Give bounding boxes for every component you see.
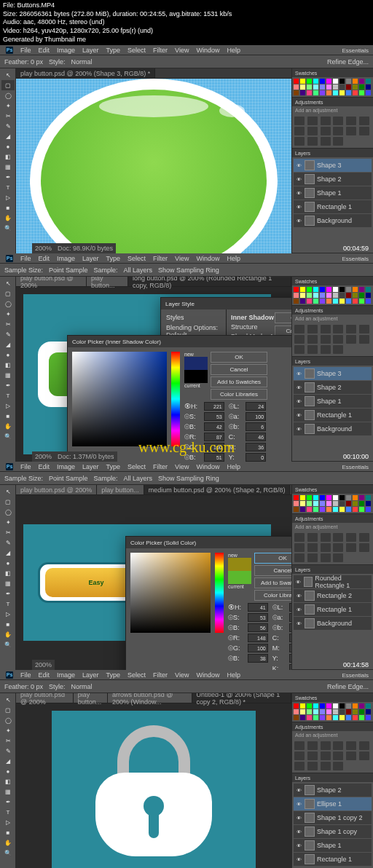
visibility-icon[interactable]: 👁 [295, 620, 302, 627]
menu-view[interactable]: View [175, 463, 189, 470]
crop-tool-icon[interactable]: ✂ [1, 111, 15, 121]
ls-styles[interactable]: Styles [164, 312, 223, 323]
adjustment-icon[interactable] [333, 751, 343, 760]
tool-icon[interactable]: ● [1, 766, 15, 776]
val-a[interactable] [289, 613, 291, 622]
adjustment-icon[interactable] [307, 533, 318, 542]
swatch[interactable] [294, 293, 299, 298]
swatch[interactable] [346, 495, 351, 500]
opt-all[interactable]: All Layers [124, 267, 153, 274]
visibility-icon[interactable]: 👁 [295, 592, 302, 599]
layer-row[interactable]: 👁Shape 1 copy 2 [294, 811, 372, 824]
layer-row[interactable]: 👁Rectangle 1 [294, 603, 372, 616]
adjustment-icon[interactable] [346, 117, 356, 125]
adjustment-icon[interactable] [307, 553, 318, 562]
adjustments-grid[interactable] [292, 114, 373, 148]
swatch[interactable] [346, 703, 351, 709]
adjustment-icon[interactable] [359, 127, 369, 135]
menu-help[interactable]: Help [227, 463, 240, 470]
val-m[interactable] [246, 443, 266, 451]
adjustment-icon[interactable] [359, 533, 369, 542]
doc-tab-2[interactable]: play button... [87, 277, 128, 286]
swatch[interactable] [333, 90, 338, 95]
menu-layer[interactable]: Layer [82, 47, 99, 54]
adjustment-icon[interactable] [333, 741, 343, 750]
swatch[interactable] [300, 90, 305, 95]
swatch[interactable] [333, 84, 338, 90]
swatch[interactable] [313, 299, 318, 304]
adjustment-icon[interactable] [321, 751, 331, 760]
val-r[interactable] [248, 634, 268, 642]
val-b2[interactable] [246, 422, 266, 431]
swatch[interactable] [313, 715, 318, 720]
swatch[interactable] [294, 507, 299, 512]
picker-ok-button[interactable]: OK [211, 352, 267, 363]
swatch[interactable] [359, 715, 364, 720]
adjustment-icon[interactable] [346, 127, 356, 135]
menu-type[interactable]: Type [106, 47, 121, 54]
val-m[interactable] [289, 644, 291, 652]
swatch[interactable] [339, 84, 345, 90]
adjustment-icon[interactable] [333, 137, 343, 146]
visibility-icon[interactable]: 👁 [295, 425, 302, 433]
visibility-icon[interactable]: 👁 [295, 578, 302, 585]
tool-icon[interactable]: T [1, 599, 15, 609]
swatch[interactable] [300, 79, 305, 84]
swatch[interactable] [294, 90, 299, 95]
swatch[interactable] [307, 299, 312, 304]
swatch[interactable] [294, 715, 299, 720]
swatch[interactable] [333, 709, 338, 714]
visibility-icon[interactable]: 👁 [295, 814, 302, 821]
adjustment-icon[interactable] [333, 553, 343, 562]
adjustments-grid[interactable] [292, 323, 373, 356]
menu-window[interactable]: Window [196, 47, 219, 54]
adjustment-icon[interactable] [307, 762, 318, 770]
swatch[interactable] [326, 293, 331, 298]
pen-tool-icon[interactable]: ✒ [1, 172, 15, 182]
adjustment-icon[interactable] [294, 751, 305, 760]
picker-cancel-button[interactable]: Cancel [211, 364, 267, 375]
tool-icon[interactable]: ▷ [1, 817, 15, 827]
adjustment-icon[interactable] [294, 762, 305, 770]
adjustment-icon[interactable] [321, 762, 331, 770]
adjustment-icon[interactable] [346, 751, 356, 760]
adjustment-icon[interactable] [321, 335, 331, 344]
menu-type[interactable]: Type [106, 463, 121, 470]
swatch[interactable] [366, 703, 371, 709]
tool-icon[interactable]: ◯ [1, 507, 15, 517]
adjustment-icon[interactable] [333, 533, 343, 542]
swatch[interactable] [326, 703, 331, 709]
tool-icon[interactable]: ✋ [1, 629, 15, 639]
adjustment-icon[interactable] [333, 127, 343, 135]
adjustment-icon[interactable] [321, 553, 331, 562]
layer-row[interactable]: 👁Shape 3 [294, 367, 372, 380]
swatch[interactable] [320, 501, 325, 506]
swatch[interactable] [353, 293, 358, 298]
visibility-icon[interactable]: 👁 [295, 217, 302, 224]
swatch[interactable] [353, 84, 358, 90]
swatch[interactable] [366, 299, 371, 304]
eyedropper-tool-icon[interactable]: ✎ [1, 121, 15, 131]
swatch[interactable] [320, 709, 325, 714]
adjustment-icon[interactable] [307, 335, 318, 344]
swatch[interactable] [294, 287, 299, 292]
hue-slider[interactable] [215, 553, 224, 633]
val-s[interactable] [204, 412, 224, 421]
swatch[interactable] [313, 90, 318, 95]
swatch[interactable] [326, 79, 331, 84]
tool-icon[interactable]: ▢ [1, 497, 15, 507]
swatch[interactable] [346, 501, 351, 506]
swatch[interactable] [333, 501, 338, 506]
swatch[interactable] [300, 293, 305, 298]
swatch[interactable] [326, 287, 331, 292]
workspace-switcher[interactable]: Essentials [342, 462, 369, 472]
val-g[interactable] [248, 644, 268, 652]
swatch[interactable] [359, 79, 364, 84]
adjustment-icon[interactable] [333, 325, 343, 334]
layer-row[interactable]: 👁Shape 3 [294, 159, 372, 172]
tool-icon[interactable]: ◧ [1, 360, 15, 370]
layer-row[interactable]: 👁Rounded Rectangle 1 [294, 575, 372, 588]
swatch[interactable] [353, 501, 358, 506]
swatch[interactable] [353, 299, 358, 304]
visibility-icon[interactable]: 👁 [295, 370, 302, 377]
